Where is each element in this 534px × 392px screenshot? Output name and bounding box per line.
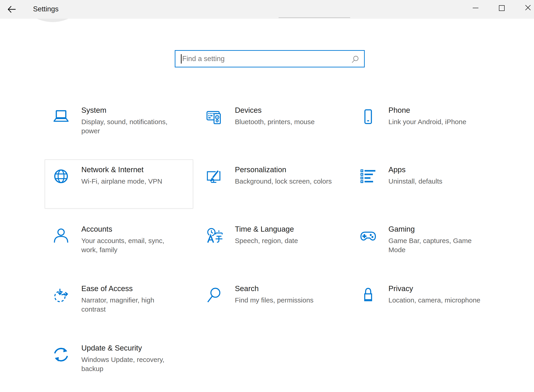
tile-subtitle: Game Bar, captures, Game Mode [389, 236, 491, 254]
phone-icon [359, 107, 378, 126]
sync-arrows-icon [52, 345, 71, 364]
globe-icon [52, 167, 71, 186]
search-icon [351, 56, 359, 63]
tile-text: Gaming Game Bar, captures, Game Mode [389, 224, 491, 254]
tile-subtitle: Bluetooth, printers, mouse [235, 117, 338, 126]
tile-title: Devices [235, 105, 338, 115]
tile-title: Time & Language [235, 224, 338, 234]
minimize-icon [473, 8, 478, 8]
tile-subtitle: Display, sound, notifications, power [81, 117, 184, 135]
game-controller-icon [359, 226, 378, 245]
tile-title: Ease of Access [81, 284, 184, 293]
tile-title: Accounts [81, 224, 184, 234]
tile-subtitle: Windows Update, recovery, backup [81, 355, 184, 373]
settings-search-box [175, 50, 365, 67]
tile-title: Phone [389, 105, 491, 115]
tile-text: Phone Link your Android, iPhone [389, 105, 491, 126]
header-divider-line [279, 17, 350, 18]
tile-title: Search [235, 284, 338, 293]
tile-text: System Display, sound, notifications, po… [81, 105, 184, 135]
back-arrow-icon [7, 4, 17, 15]
maximize-button[interactable] [489, 0, 515, 16]
tile-subtitle: Narrator, magnifier, high contrast [81, 296, 184, 314]
tile-title: System [81, 105, 184, 115]
laptop-icon [52, 107, 71, 126]
tile-text: Time & Language Speech, region, date [235, 224, 338, 245]
tile-text: Search Find my files, permissions [235, 284, 338, 305]
back-button[interactable] [6, 4, 18, 15]
tile-gaming[interactable]: Gaming Game Bar, captures, Game Mode [352, 219, 500, 268]
settings-grid: System Display, sound, notifications, po… [45, 100, 500, 387]
settings-search-input[interactable] [175, 51, 364, 67]
tile-subtitle: Uninstall, defaults [389, 177, 491, 186]
tile-text: Update & Security Windows Update, recove… [81, 343, 184, 373]
tile-personalization[interactable]: Personalization Background, lock screen,… [199, 160, 346, 208]
tile-search[interactable]: Search Find my files, permissions [199, 279, 346, 327]
display-brush-icon [205, 167, 224, 186]
tile-update-security[interactable]: Update & Security Windows Update, recove… [45, 338, 193, 387]
tile-subtitle: Link your Android, iPhone [389, 117, 491, 126]
tile-title: Personalization [235, 165, 338, 174]
tile-title: Network & Internet [81, 165, 184, 174]
clock-language-icon [205, 226, 224, 245]
tile-text: Ease of Access Narrator, magnifier, high… [81, 284, 184, 314]
tile-title: Privacy [389, 284, 491, 293]
tile-subtitle: Your accounts, email, sync, work, family [81, 236, 184, 254]
text-caret [181, 54, 182, 64]
tile-accounts[interactable]: Accounts Your accounts, email, sync, wor… [45, 219, 193, 268]
settings-window: Settings S [0, 0, 534, 392]
tile-text: Apps Uninstall, defaults [389, 165, 491, 186]
tile-subtitle: Background, lock screen, colors [235, 177, 338, 186]
tile-time-language[interactable]: Time & Language Speech, region, date [199, 219, 346, 268]
lock-icon [359, 286, 378, 305]
tile-text: Personalization Background, lock screen,… [235, 165, 338, 186]
tile-subtitle: Find my files, permissions [235, 296, 338, 305]
tile-text: Devices Bluetooth, printers, mouse [235, 105, 338, 126]
tile-ease-of-access[interactable]: Ease of Access Narrator, magnifier, high… [45, 279, 193, 327]
tile-title: Apps [389, 165, 491, 174]
tile-text: Network & Internet Wi-Fi, airplane mode,… [81, 165, 184, 186]
person-icon [52, 226, 71, 245]
minimize-button[interactable] [463, 0, 488, 16]
magnifier-icon [205, 286, 224, 305]
tile-apps[interactable]: Apps Uninstall, defaults [352, 160, 500, 208]
maximize-icon [499, 5, 505, 11]
tile-devices[interactable]: Devices Bluetooth, printers, mouse [199, 100, 346, 149]
tile-text: Privacy Location, camera, microphone [389, 284, 491, 305]
app-list-icon [359, 167, 378, 186]
tile-system[interactable]: System Display, sound, notifications, po… [45, 100, 193, 149]
close-icon [525, 5, 531, 11]
tile-subtitle: Speech, region, date [235, 236, 338, 245]
tile-network-internet[interactable]: Network & Internet Wi-Fi, airplane mode,… [45, 160, 193, 208]
tile-privacy[interactable]: Privacy Location, camera, microphone [352, 279, 500, 327]
window-title: Settings [33, 5, 59, 13]
tile-title: Update & Security [81, 343, 184, 353]
window-titlebar: Settings [0, 0, 534, 19]
tile-text: Accounts Your accounts, email, sync, wor… [81, 224, 184, 254]
close-button[interactable] [515, 0, 534, 16]
tile-subtitle: Wi-Fi, airplane mode, VPN [81, 177, 184, 186]
keyboard-speaker-icon [205, 107, 224, 126]
tile-title: Gaming [389, 224, 491, 234]
accessibility-arrow-icon [52, 286, 71, 305]
tile-subtitle: Location, camera, microphone [389, 296, 491, 305]
tile-phone[interactable]: Phone Link your Android, iPhone [352, 100, 500, 149]
